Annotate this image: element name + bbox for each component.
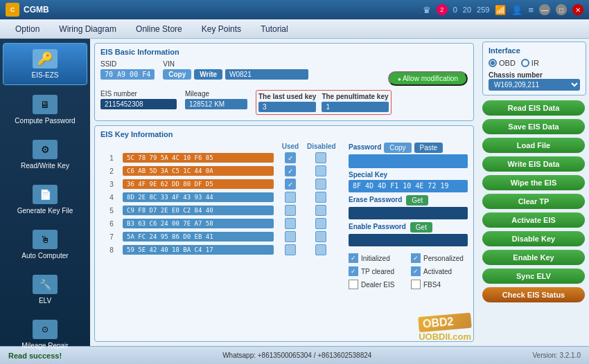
read-eis-button[interactable]: Read EIS Data — [482, 100, 585, 116]
ir-radio[interactable]: IR — [521, 59, 539, 67]
key-used-4 — [285, 192, 296, 203]
sidebar-label-eis-ezs: EIS-EZS — [32, 71, 59, 79]
key-disabled-1 — [315, 152, 326, 163]
key-bytes-5: C9 F8 D7 2E E0 C2 84 40 — [123, 206, 274, 215]
eis-number-field: EIS number 2115452308 — [100, 90, 177, 109]
enable-get-button[interactable]: Get — [410, 222, 432, 233]
badge-2: 0 — [453, 6, 457, 14]
save-eis-button[interactable]: Save EIS Data — [482, 119, 585, 134]
chassis-label: Chassis number — [489, 71, 580, 79]
badge-3: 20 — [463, 6, 471, 14]
compute-icon: 🖥 — [33, 95, 58, 114]
wipe-eis-button[interactable]: Wipe the EIS — [482, 175, 585, 190]
menu-keypoints[interactable]: Key Points — [192, 21, 251, 37]
write-eis-button[interactable]: Write EIS Data — [482, 156, 585, 172]
sync-elv-button[interactable]: Sync ELV — [482, 269, 585, 284]
vin-label: VIN — [163, 60, 308, 68]
password-copy-button[interactable]: Copy — [384, 143, 411, 153]
sidebar-item-compute[interactable]: 🖥 Compute Password — [3, 89, 87, 130]
personalized-checkbox[interactable]: ✓ — [411, 253, 421, 263]
key-row-3: 3 36 4F 9E 62 DD 80 DF D5 ✓ — [100, 179, 337, 190]
app-logo: C — [6, 3, 19, 17]
minimize-button[interactable]: — — [539, 4, 550, 15]
mileage-field: Mileage 128512 KM — [185, 90, 247, 109]
ssid-label: SSID — [100, 60, 155, 68]
eis-key-title: EIS Key Information — [100, 130, 468, 138]
sidebar-item-auto[interactable]: 🖱 Auto Computer — [3, 224, 87, 265]
penultimate-label: The penultimate key — [322, 93, 388, 100]
used-col-header: Used — [276, 143, 304, 150]
checkboxes-area: ✓ Initialized ✓ Personalized ✓ TP cleare… — [349, 252, 468, 289]
load-file-button[interactable]: Load File — [482, 138, 585, 153]
key-used-2: ✓ — [285, 165, 296, 176]
key-used-5 — [285, 205, 296, 216]
close-button[interactable]: ✕ — [572, 4, 583, 15]
disable-key-button[interactable]: Disable Key — [482, 231, 585, 246]
elv-icon: 🔧 — [33, 275, 58, 294]
eis-ezs-icon: 🔑 — [33, 49, 58, 69]
sidebar-item-readwrite[interactable]: ⚙ Read/Write Key — [3, 134, 87, 175]
menu-icon: ≡ — [528, 5, 534, 15]
key-table: Used Disabled 1 5C 78 79 5A 4C 10 F6 85 … — [100, 143, 337, 289]
ir-label: IR — [531, 59, 539, 67]
check-eis-button[interactable]: Check EIS Status — [482, 287, 585, 302]
key-row-5: 5 C9 F8 D7 2E E0 C2 84 40 — [100, 205, 337, 216]
eis-key-panel: EIS Key Information Used Disabled — [94, 125, 474, 342]
last-penultimate-box: The last used key 3 The penultimate key … — [256, 90, 392, 115]
key-used-8 — [285, 244, 296, 255]
maximize-button[interactable]: □ — [556, 4, 567, 15]
vin-value: W0821 — [225, 69, 308, 80]
vin-write-button[interactable]: Write — [194, 69, 222, 80]
tp-cleared-row: ✓ TP cleared — [349, 266, 405, 276]
sidebar-item-elv[interactable]: 🔧 ELV — [3, 269, 87, 310]
sidebar-label-genkey: Generate Key File — [17, 207, 73, 215]
key-disabled-6 — [315, 218, 326, 229]
app-title: CGMB — [24, 5, 49, 15]
sidebar-item-eis-ezs[interactable]: 🔑 EIS-EZS — [3, 43, 87, 85]
chassis-select[interactable]: W169,209,211 — [489, 79, 580, 91]
fbs4-checkbox[interactable] — [411, 280, 421, 289]
key-row-1: 1 5C 78 79 5A 4C 10 F6 85 ✓ — [100, 152, 337, 163]
menu-wiring[interactable]: Wiring Diagram — [49, 21, 126, 37]
tp-cleared-checkbox[interactable]: ✓ — [349, 266, 358, 276]
menu-option[interactable]: Option — [6, 21, 49, 37]
eis-basic-panel: EIS Basic Information SSID 70 A9 00 F4 V… — [94, 43, 474, 121]
penultimate-value: 1 — [322, 102, 388, 112]
readwrite-icon: ⚙ — [33, 140, 58, 159]
key-disabled-8 — [315, 244, 326, 255]
activated-row: ✓ Activated — [411, 266, 468, 276]
initialized-row: ✓ Initialized — [349, 253, 405, 263]
sidebar-item-genkey[interactable]: 📄 Generate Key File — [3, 179, 87, 220]
eis-num-value: 2115452308 — [100, 99, 177, 109]
ssid-value: 70 A9 00 F4 — [100, 69, 155, 80]
menu-store[interactable]: Online Store — [126, 21, 192, 37]
interface-title: Interface — [489, 46, 580, 55]
erase-pwd-label: Erase Password — [349, 196, 402, 203]
initialized-label: Initialized — [361, 255, 390, 262]
erase-get-button[interactable]: Get — [406, 195, 428, 206]
dealer-eis-checkbox[interactable] — [349, 280, 358, 289]
password-paste-button[interactable]: Paste — [414, 143, 443, 153]
sidebar-item-mileage[interactable]: ⊙ Mileage Repair — [3, 314, 87, 355]
enable-pwd-label: Enable Password — [349, 223, 406, 230]
key-row-4: 4 8D 2E 8C 33 4F 43 93 44 — [100, 192, 337, 203]
clear-tp-button[interactable]: Clear TP — [482, 194, 585, 209]
allow-modification-area: Allow modification — [388, 60, 468, 86]
fbs4-row: FBS4 — [411, 280, 468, 289]
initialized-checkbox[interactable]: ✓ — [349, 253, 358, 263]
enable-key-button[interactable]: Enable Key — [482, 250, 585, 265]
status-phone: Whatsapp: +8613500065304 / +861360253882… — [222, 352, 371, 359]
activated-checkbox[interactable]: ✓ — [411, 266, 421, 276]
activate-eis-button[interactable]: Activate EIS — [482, 212, 585, 228]
eis-basic-title: EIS Basic Information — [100, 48, 468, 56]
allow-modification-button[interactable]: Allow modification — [388, 71, 468, 86]
key-row-7: 7 5A FC 24 95 86 D0 EB 41 — [100, 231, 337, 242]
menu-tutorial[interactable]: Tutorial — [251, 21, 298, 37]
dealer-eis-row: Dealer EIS — [349, 280, 405, 289]
key-used-3: ✓ — [285, 179, 296, 190]
obd-radio[interactable]: OBD — [489, 59, 516, 67]
password-section: Password Copy Paste — [349, 143, 468, 168]
personalized-label: Personalized — [423, 255, 464, 262]
vin-copy-button[interactable]: Copy — [163, 69, 191, 80]
key-right-panel: Password Copy Paste Special Key 8F 4D 4D… — [343, 143, 468, 289]
